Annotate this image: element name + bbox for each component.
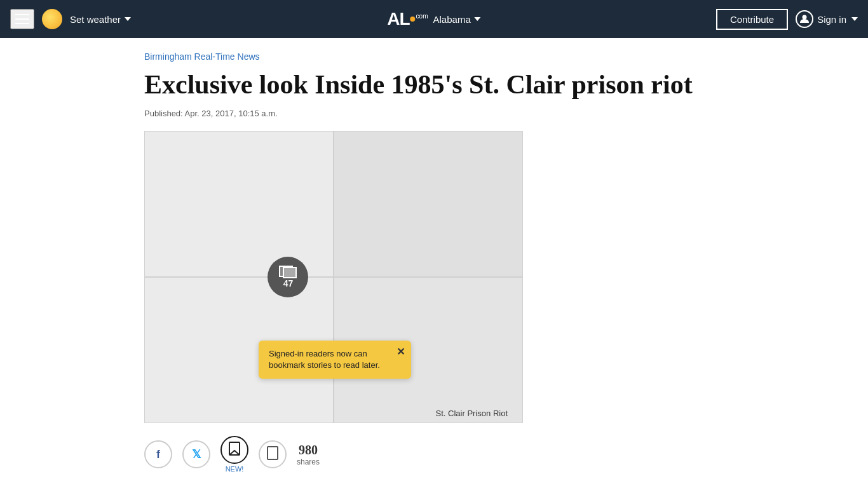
- header-right: Contribute Sign in: [716, 9, 858, 30]
- save-later-icon: [267, 446, 278, 463]
- tooltip-close-button[interactable]: ✕: [397, 346, 405, 358]
- shares-count: 980: [299, 443, 318, 458]
- published-date: Published: Apr. 23, 2017, 10:15 a.m.: [144, 109, 724, 118]
- map-image: [144, 131, 523, 423]
- article-title: Exclusive look Inside 1985's St. Clair p…: [144, 69, 724, 100]
- weather-icon: [42, 9, 62, 29]
- bookmark-wrapper: NEW!: [220, 436, 248, 473]
- contribute-button[interactable]: Contribute: [716, 9, 788, 30]
- facebook-share-button[interactable]: f: [144, 440, 172, 468]
- set-weather-label: Set weather: [70, 14, 121, 25]
- article-image-container: 47 Signed-in readers now can bookmark st…: [144, 131, 523, 423]
- cluster-image-stack-icon: [279, 266, 297, 278]
- state-label: Alabama: [433, 14, 471, 25]
- map-cell-1: [144, 131, 334, 277]
- main-content: Birmingham Real-Time News Exclusive look…: [129, 38, 739, 480]
- header-left: Set weather: [10, 9, 131, 29]
- set-weather-chevron-icon: [125, 17, 131, 21]
- shares-count-wrapper: 980 shares: [297, 443, 320, 466]
- bookmark-tooltip: Signed-in readers now can bookmark stori…: [259, 341, 411, 379]
- bookmark-new-label: NEW!: [226, 465, 244, 473]
- state-chevron-icon: [475, 17, 481, 21]
- tooltip-text: Signed-in readers now can bookmark stori…: [269, 349, 380, 370]
- svg-point-0: [803, 15, 807, 20]
- hamburger-menu-button[interactable]: [10, 9, 34, 29]
- breadcrumb-link[interactable]: Birmingham Real-Time News: [144, 51, 260, 62]
- site-logo[interactable]: ALcom: [387, 9, 428, 29]
- state-selector-button[interactable]: Alabama: [433, 14, 481, 25]
- logo-com: com: [416, 13, 428, 20]
- save-later-button[interactable]: [259, 440, 287, 468]
- cluster-img-front: [283, 267, 297, 278]
- bookmark-icon: [229, 442, 240, 459]
- header-center: ALcom Alabama: [387, 9, 480, 29]
- image-caption: St. Clair Prison Riot: [436, 409, 508, 418]
- contribute-label: Contribute: [730, 14, 774, 25]
- image-cluster-marker[interactable]: 47: [268, 257, 308, 297]
- site-header: Set weather ALcom Alabama Contribute Sig…: [0, 0, 868, 38]
- cluster-count: 47: [283, 278, 294, 288]
- user-account-icon: [796, 10, 813, 28]
- logo-letters: AL: [387, 9, 409, 29]
- twitter-share-button[interactable]: 𝕏: [182, 440, 210, 468]
- shares-label: shares: [297, 458, 320, 466]
- map-cell-2: [334, 131, 523, 277]
- twitter-icon: 𝕏: [192, 447, 201, 461]
- sign-in-button[interactable]: Sign in: [796, 10, 858, 28]
- social-share-bar: f 𝕏 NEW! 980: [144, 428, 724, 480]
- svg-rect-2: [268, 447, 278, 459]
- bookmark-button[interactable]: [220, 436, 248, 464]
- sign-in-label: Sign in: [817, 14, 846, 25]
- facebook-icon: f: [156, 448, 160, 461]
- set-weather-button[interactable]: Set weather: [70, 14, 131, 25]
- sign-in-chevron-icon: [851, 17, 858, 21]
- logo-dot: [410, 17, 416, 22]
